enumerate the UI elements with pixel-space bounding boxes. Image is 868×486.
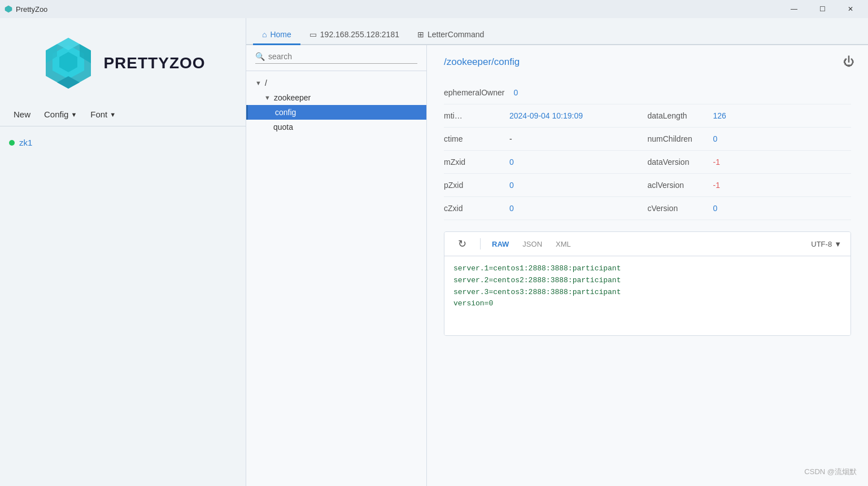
sidebar: PRETTYZOO New Config ▼ Font ▼ zk1 <box>0 18 246 486</box>
prop-value-dataversion: -1 <box>713 157 720 167</box>
prop-label-mzxid: mZxid <box>444 157 500 167</box>
connection-status-dot <box>9 140 15 146</box>
prop-value-aclversion: -1 <box>713 181 720 190</box>
tab-server-label: 192.168.255.128:2181 <box>320 30 399 39</box>
maximize-button[interactable]: ☐ <box>809 0 835 18</box>
new-button[interactable]: New <box>9 107 35 121</box>
encoding-label: UTF-8 <box>811 240 832 248</box>
tree-item-root[interactable]: ▼ / <box>246 76 426 90</box>
format-raw-button[interactable]: RAW <box>490 239 511 249</box>
tree-item-zookeeper[interactable]: ▼ zookeeper <box>246 90 426 105</box>
prop-aclversion: aclVersion -1 <box>648 174 852 197</box>
titlebar-left: PrettyZoo <box>5 5 47 14</box>
encoding-dropdown-arrow: ▼ <box>834 240 841 248</box>
prop-ephemeralowner: ephemeralOwner 0 <box>444 81 648 104</box>
tab-home[interactable]: ⌂ Home <box>253 25 300 45</box>
format-json-button[interactable]: JSON <box>520 239 544 249</box>
connection-name: zk1 <box>19 138 32 147</box>
minimize-button[interactable]: — <box>781 0 807 18</box>
font-button[interactable]: Font ▼ <box>86 107 120 121</box>
letter-icon: ⊞ <box>417 30 424 39</box>
prop-label-dataversion: dataVersion <box>648 157 704 167</box>
main-content: ⌂ Home ▭ 192.168.255.128:2181 ⊞ LetterCo… <box>246 18 868 486</box>
prop-pzxid: pZxid 0 <box>444 174 648 197</box>
format-xml-button[interactable]: XML <box>553 239 573 249</box>
server-icon: ▭ <box>309 30 317 39</box>
prop-label-aclversion: aclVersion <box>648 181 704 190</box>
prop-ctime: ctime - <box>444 128 648 151</box>
prop-label-ctime: ctime <box>444 134 500 143</box>
tree-panel: 🔍 ▼ / ▼ zookeeper <box>246 45 427 486</box>
prop-value-czxid: 0 <box>509 204 514 213</box>
tree-item-quota[interactable]: quota <box>246 120 426 134</box>
logo-area: PRETTYZOO <box>0 18 246 103</box>
logo-text: PRETTYZOO <box>103 54 205 72</box>
search-input[interactable] <box>268 52 417 61</box>
tab-home-label: Home <box>270 30 291 39</box>
tree-item-quota-label: quota <box>273 122 293 132</box>
prop-cversion: cVersion 0 <box>648 197 852 220</box>
svg-marker-0 <box>5 6 12 12</box>
prop-mtime: mti… 2024-09-04 10:19:09 <box>444 104 648 128</box>
encoding-selector[interactable]: UTF-8 ▼ <box>811 240 841 248</box>
prop-label-numchildren: numChildren <box>648 134 704 143</box>
tabs-bar: ⌂ Home ▭ 192.168.255.128:2181 ⊞ LetterCo… <box>246 18 868 45</box>
prop-value-ephemeralowner: 0 <box>513 88 518 97</box>
tree-item-root-label: / <box>265 78 267 87</box>
data-line-1: server.1=centos1:2888:3888:participant <box>453 263 841 275</box>
prop-dataversion: dataVersion -1 <box>648 151 852 174</box>
app-body: PRETTYZOO New Config ▼ Font ▼ zk1 <box>0 18 868 486</box>
data-box: ↻ RAW JSON XML UTF-8 ▼ server.1=centos1:… <box>444 231 851 336</box>
prop-value-numchildren: 0 <box>713 134 718 143</box>
prop-value-pzxid: 0 <box>509 181 514 190</box>
properties-grid: ephemeralOwner 0 mti… 2024-09-04 10:19:0… <box>444 81 851 220</box>
data-content: server.1=centos1:2888:3888:participant s… <box>444 256 850 335</box>
prop-value-mtime: 2024-09-04 10:19:09 <box>509 111 583 120</box>
prop-label-ephemeralowner: ephemeralOwner <box>444 88 504 97</box>
prop-mzxid: mZxid 0 <box>444 151 648 174</box>
detail-path-title: /zookeeper/config <box>444 56 851 68</box>
prop-empty-1 <box>648 81 852 104</box>
tree-arrow-zookeeper: ▼ <box>264 94 271 101</box>
tree-arrow-root: ▼ <box>255 80 261 86</box>
power-button[interactable]: ⏻ <box>843 55 854 68</box>
font-dropdown-arrow: ▼ <box>110 111 116 118</box>
prop-label-datalength: dataLength <box>648 111 704 120</box>
prop-label-cversion: cVersion <box>648 204 704 213</box>
close-button[interactable]: ✕ <box>838 0 863 18</box>
prop-numchildren: numChildren 0 <box>648 128 852 151</box>
tree-item-config[interactable]: config <box>246 105 426 120</box>
window-controls: — ☐ ✕ <box>781 0 863 18</box>
prop-value-ctime: - <box>509 134 512 143</box>
config-button[interactable]: Config ▼ <box>40 107 81 121</box>
logo-container: PRETTYZOO <box>40 35 205 91</box>
search-icon: 🔍 <box>255 52 265 61</box>
content-area: 🔍 ▼ / ▼ zookeeper <box>246 45 868 486</box>
prop-datalength: dataLength 126 <box>648 104 852 128</box>
watermark: CSDN @流烟默 <box>804 467 857 477</box>
search-input-wrap: 🔍 <box>255 52 417 64</box>
data-line-4: version=0 <box>453 298 841 310</box>
tree-item-config-label: config <box>275 108 296 117</box>
app-title: PrettyZoo <box>16 5 47 14</box>
tree-item-zookeeper-label: zookeeper <box>274 93 311 102</box>
config-dropdown-arrow: ▼ <box>71 111 77 118</box>
connection-item-zk1[interactable]: zk1 <box>9 135 237 150</box>
separator <box>480 238 481 249</box>
prop-value-cversion: 0 <box>713 204 718 213</box>
tree-container: ▼ / ▼ zookeeper config quota <box>246 71 426 486</box>
prop-label-mtime: mti… <box>444 111 500 120</box>
prop-value-mzxid: 0 <box>509 157 514 167</box>
sidebar-toolbar: New Config ▼ Font ▼ <box>0 103 246 126</box>
tab-letter-label: LetterCommand <box>428 30 484 39</box>
app-icon <box>5 5 12 13</box>
tab-server[interactable]: ▭ 192.168.255.128:2181 <box>300 25 408 45</box>
data-line-2: server.2=centos2:2888:3888:participant <box>453 275 841 287</box>
prop-label-czxid: cZxid <box>444 204 500 213</box>
tab-letter[interactable]: ⊞ LetterCommand <box>408 25 493 45</box>
refresh-button[interactable]: ↻ <box>453 237 471 251</box>
home-icon: ⌂ <box>262 30 267 39</box>
data-box-toolbar: ↻ RAW JSON XML UTF-8 ▼ <box>444 232 850 256</box>
detail-panel: /zookeeper/config ⏻ ephemeralOwner 0 mti… <box>427 45 868 486</box>
data-line-3: server.3=centos3:2888:3888:participant <box>453 287 841 299</box>
